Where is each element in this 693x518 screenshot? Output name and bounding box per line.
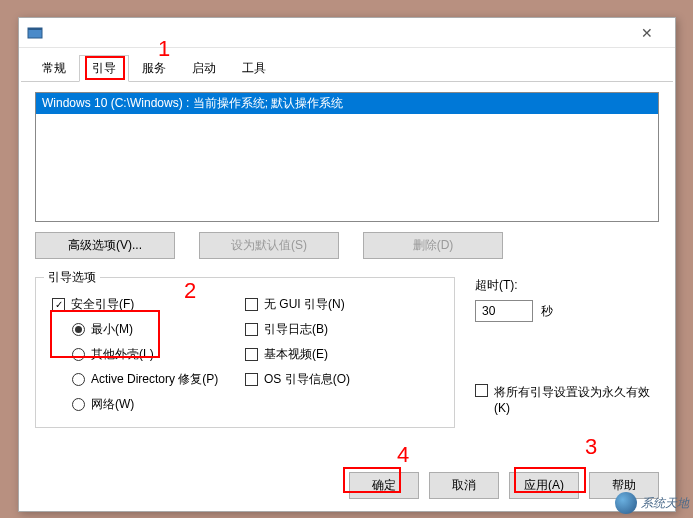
basevideo-label: 基本视频(E): [264, 346, 328, 363]
tab-bar: 常规 引导 服务 启动 工具: [21, 48, 673, 82]
safeboot-checkbox[interactable]: ✓: [52, 298, 65, 311]
tab-tools[interactable]: 工具: [229, 55, 279, 82]
minimal-label: 最小(M): [91, 321, 133, 338]
tab-boot[interactable]: 引导: [79, 55, 129, 82]
tab-startup[interactable]: 启动: [179, 55, 229, 82]
apply-button[interactable]: 应用(A): [509, 472, 579, 499]
annotation-label-1: 1: [158, 36, 170, 62]
titlebar: ✕: [19, 18, 675, 48]
permanent-checkbox[interactable]: [475, 384, 488, 397]
adrepair-radio[interactable]: [72, 373, 85, 386]
watermark-icon: [615, 492, 637, 514]
safeboot-label: 安全引导(F): [71, 296, 134, 313]
os-list-item[interactable]: Windows 10 (C:\Windows) : 当前操作系统; 默认操作系统: [36, 93, 658, 114]
watermark: 系统天地: [615, 492, 689, 514]
tab-content: Windows 10 (C:\Windows) : 当前操作系统; 默认操作系统…: [19, 82, 675, 438]
minimal-radio[interactable]: [72, 323, 85, 336]
set-default-button: 设为默认值(S): [199, 232, 339, 259]
nogui-checkbox[interactable]: [245, 298, 258, 311]
close-button[interactable]: ✕: [627, 19, 667, 47]
advanced-button[interactable]: 高级选项(V)...: [35, 232, 175, 259]
tab-services[interactable]: 服务: [129, 55, 179, 82]
network-label: 网络(W): [91, 396, 134, 413]
osbootinfo-label: OS 引导信息(O): [264, 371, 350, 388]
basevideo-checkbox[interactable]: [245, 348, 258, 361]
os-listbox[interactable]: Windows 10 (C:\Windows) : 当前操作系统; 默认操作系统: [35, 92, 659, 222]
adrepair-label: Active Directory 修复(P): [91, 371, 218, 388]
altshell-radio[interactable]: [72, 348, 85, 361]
permanent-label: 将所有引导设置设为永久有效(K): [494, 384, 659, 415]
svg-rect-1: [28, 28, 42, 30]
msconfig-dialog: ✕ 常规 引导 服务 启动 工具 Windows 10 (C:\Windows)…: [18, 17, 676, 512]
annotation-label-3: 3: [585, 434, 597, 460]
altshell-label: 其他外壳(L): [91, 346, 154, 363]
annotation-label-4: 4: [397, 442, 409, 468]
bootlog-checkbox[interactable]: [245, 323, 258, 336]
delete-button: 删除(D): [363, 232, 503, 259]
cancel-button[interactable]: 取消: [429, 472, 499, 499]
group-title: 引导选项: [44, 269, 100, 286]
network-radio[interactable]: [72, 398, 85, 411]
annotation-label-2: 2: [184, 278, 196, 304]
timeout-input[interactable]: 30: [475, 300, 533, 322]
timeout-label: 超时(T):: [475, 277, 659, 294]
ok-button[interactable]: 确定: [349, 472, 419, 499]
os-button-row: 高级选项(V)... 设为默认值(S) 删除(D): [35, 232, 659, 259]
bootlog-label: 引导日志(B): [264, 321, 328, 338]
nogui-label: 无 GUI 引导(N): [264, 296, 345, 313]
timeout-unit: 秒: [541, 303, 553, 320]
app-icon: [27, 25, 43, 41]
dialog-button-row: 确定 取消 应用(A) 帮助: [349, 472, 659, 499]
watermark-text: 系统天地: [641, 495, 689, 512]
osbootinfo-checkbox[interactable]: [245, 373, 258, 386]
boot-options-group: 引导选项 ✓ 安全引导(F) 最小(M): [35, 277, 455, 428]
tab-general[interactable]: 常规: [29, 55, 79, 82]
